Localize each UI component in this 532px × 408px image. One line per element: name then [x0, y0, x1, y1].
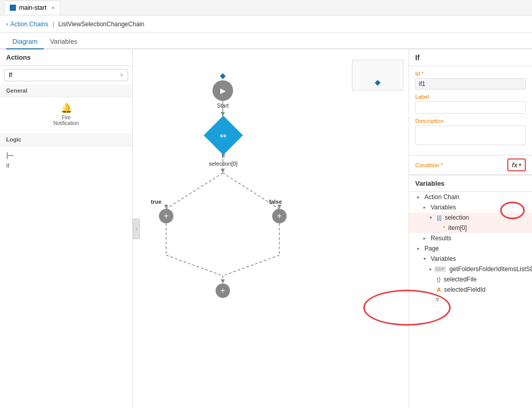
sdp-label: getFoldersFolderIdItemsListSDP [450, 265, 532, 273]
svg-line-6 [166, 255, 223, 276]
description-input[interactable] [415, 126, 526, 145]
condition-label: Condition * [415, 162, 443, 168]
label-label: Label [415, 94, 526, 100]
breadcrumb-back-label: Action Chains [10, 21, 48, 28]
results-arrow: ▸ [423, 236, 429, 241]
if-item[interactable]: ⊢ If [0, 146, 132, 173]
page-arrow: ▸ [417, 246, 422, 251]
false-plus-button[interactable]: + [272, 209, 287, 223]
fire-notification-label: FireNotification [54, 115, 79, 126]
svg-marker-11 [164, 205, 168, 209]
true-plus-node[interactable]: + [159, 209, 173, 223]
bottom-plus-node[interactable]: + [216, 283, 230, 298]
true-label: true [151, 199, 162, 205]
search-input[interactable] [9, 72, 120, 79]
ac-variables-arrow: ▸ [423, 205, 429, 210]
false-plus-node[interactable]: + [272, 209, 287, 223]
variables-panel: Variables ▸ Action Chain ▸ Variables ▾ [… [409, 174, 532, 408]
false-label: false [269, 199, 282, 205]
id-section: Id if1 Label Description [409, 66, 532, 155]
fire-notification-item[interactable]: 🔔 FireNotification [0, 97, 132, 131]
svg-line-2 [166, 173, 223, 209]
action-chain-label: Action Chain [424, 193, 459, 201]
true-plus-button[interactable]: + [159, 209, 173, 223]
if-diamond [204, 116, 243, 155]
tab-icon [10, 5, 16, 11]
obj-icon: {} [437, 276, 440, 282]
sidebar-search[interactable]: × [4, 69, 128, 81]
sub-tabs: Diagram Variables [0, 33, 532, 49]
tab-bar: main-start × [0, 0, 532, 15]
svg-marker-10 [221, 169, 225, 173]
if-node[interactable]: ⇔ IfIf selection[0]selection[0] [209, 121, 238, 168]
tab-diagram[interactable]: Diagram [6, 34, 44, 49]
selected-file-label: selectedFile [444, 276, 476, 283]
breadcrumb-back-button[interactable]: ‹ Action Chains [6, 21, 48, 28]
ac-variables-label: Variables [431, 204, 456, 211]
id-value: if1 [415, 78, 526, 90]
tree-selected-fieldid[interactable]: A selectedFieldId [409, 285, 532, 295]
if-properties-title: If [409, 49, 532, 66]
string-icon: A [437, 287, 441, 293]
fx-dropdown-icon: ▾ [519, 162, 522, 168]
breadcrumb: ‹ Action Chains | ListViewSelectionChang… [0, 15, 532, 33]
selected-fieldid-label: selectedFieldId [444, 286, 486, 293]
sidebar-title: Actions [0, 49, 132, 66]
asterisk-icon: * [443, 225, 445, 231]
start-circle: ▶ [212, 80, 233, 101]
tree-sdp[interactable]: ▸ SDP getFoldersFolderIdItemsListSDP [409, 264, 532, 274]
tree-action-chain[interactable]: ▸ Action Chain [409, 192, 532, 202]
id-group: Id if1 [415, 70, 526, 90]
selection-arrow: ▾ [430, 215, 435, 220]
variables-tree: ▸ Action Chain ▸ Variables ▾ [∫] selecti… [409, 192, 532, 304]
start-node[interactable]: ▶ Start [212, 80, 233, 109]
if-label: If [6, 163, 9, 169]
canvas-area: ▶ Start ⇔ IfIf selection[0]selection[0] … [133, 49, 409, 408]
floating-indicator [352, 60, 403, 91]
description-label: Description [415, 118, 526, 124]
tree-page[interactable]: ▸ Page [409, 243, 532, 254]
sdp-arrow: ▸ [430, 267, 432, 272]
tab-close-button[interactable]: × [51, 5, 55, 11]
page-label: Page [424, 245, 439, 252]
collapse-button[interactable]: ‹ [133, 219, 140, 239]
selection-label: selection [445, 214, 469, 221]
tab-label: main-start [19, 4, 46, 11]
action-chain-arrow: ▸ [417, 194, 422, 200]
left-sidebar: Actions × General 🔔 FireNotification Log… [0, 49, 133, 408]
logic-section-label: Logic [0, 133, 132, 146]
main-tab[interactable]: main-start × [4, 1, 60, 15]
fx-icon: fx [511, 161, 518, 169]
id-label: Id [415, 70, 526, 77]
tree-page-variables[interactable]: ▾ Variables [409, 254, 532, 264]
main-layout: Actions × General 🔔 FireNotification Log… [0, 49, 532, 408]
general-section-label: General [0, 84, 132, 97]
start-label: Start [217, 102, 228, 109]
diagram-svg [133, 49, 409, 408]
fx-button[interactable]: fx ▾ [507, 158, 526, 171]
search-clear-button[interactable]: × [120, 72, 123, 79]
bottom-plus-button[interactable]: + [216, 283, 230, 298]
tree-action-chain-variables[interactable]: ▸ Variables [409, 202, 532, 212]
bell-icon: 🔔 [61, 102, 72, 114]
if-diamond-wrapper: ⇔ [209, 121, 237, 149]
tab-variables[interactable]: Variables [44, 34, 83, 49]
description-group: Description [415, 118, 526, 147]
label-group: Label [415, 94, 526, 114]
tree-selection[interactable]: ▾ [∫] selection [409, 212, 532, 223]
cursor-indicator: ▿ [409, 295, 532, 304]
page-variables-arrow: ▾ [423, 256, 429, 261]
sdp-icon: SDP [434, 266, 446, 272]
right-panel: If Id if1 Label Description Condition * … [409, 49, 532, 408]
tree-results[interactable]: ▸ Results [409, 233, 532, 243]
breadcrumb-current: ListViewSelectionChangeChain [58, 21, 144, 28]
breadcrumb-separator: | [52, 21, 54, 28]
condition-row: Condition * fx ▾ [409, 155, 532, 174]
tree-item0[interactable]: * item[0] [409, 223, 532, 233]
tree-selected-file[interactable]: {} selectedFile [409, 274, 532, 285]
results-label: Results [431, 235, 451, 242]
label-input[interactable] [415, 101, 526, 114]
variables-header: Variables [409, 175, 532, 192]
if-icon: ⊢ [6, 150, 14, 162]
item0-label: item[0] [448, 224, 467, 232]
